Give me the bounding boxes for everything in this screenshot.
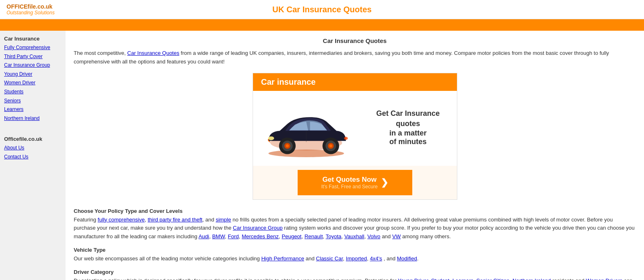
- main-content: Car Insurance Quotes The most competitiv…: [66, 31, 644, 280]
- link-ford[interactable]: Ford: [228, 233, 239, 239]
- policy-section: Choose Your Policy Type and Cover Levels…: [74, 208, 636, 241]
- get-quotes-button[interactable]: Get Quotes Now It's Fast, Free and Secur…: [298, 170, 412, 195]
- vehicle-section: Vehicle Type Our web site encompasses al…: [74, 247, 636, 263]
- svg-point-12: [344, 137, 348, 140]
- link-mercedes[interactable]: Mercedes Benz: [242, 233, 278, 239]
- link-vauxhall[interactable]: Vauxhall: [344, 233, 364, 239]
- link-modified[interactable]: Modified: [397, 255, 417, 262]
- site-name[interactable]: OFFICEfile.co.uk: [7, 3, 72, 10]
- vehicle-text: Our web site encompasses all of the lead…: [74, 255, 636, 263]
- link-toyota[interactable]: Toyota: [326, 233, 341, 239]
- intro-prefix: The most competitive,: [74, 50, 127, 56]
- svg-point-6: [286, 144, 289, 147]
- intro-link-car-insurance-quotes[interactable]: Car Insurance Quotes: [127, 50, 179, 56]
- sidebar: Car Insurance Fully Comprehensive Third …: [0, 31, 66, 280]
- link-fully-comprehensive[interactable]: fully comprehensive: [98, 217, 145, 223]
- link-car-insurance-group[interactable]: Car Insurance Group: [233, 225, 282, 231]
- content-title: Car Insurance Quotes: [74, 37, 636, 44]
- sidebar-item-about-us[interactable]: About Us: [4, 144, 61, 153]
- sidebar-officefile-heading: Officefile.co.uk: [4, 136, 61, 142]
- driver-heading: Driver Category: [74, 269, 636, 275]
- link-young-driver[interactable]: Young Driver: [398, 278, 428, 280]
- page-title: UK Car Insurance Quotes: [72, 5, 572, 14]
- link-peugeot[interactable]: Peugeot: [282, 233, 301, 239]
- sidebar-item-third-party-cover[interactable]: Third Party Cover: [4, 52, 61, 61]
- link-imported[interactable]: Imported: [346, 255, 367, 262]
- nav-bar: [0, 19, 644, 31]
- banner-car-area: [257, 95, 364, 162]
- sidebar-item-young-driver[interactable]: Young Driver: [4, 70, 61, 79]
- banner-text-area: Get Car Insurance quotes in a matter of …: [364, 108, 453, 148]
- link-classic-car[interactable]: Classic Car: [316, 255, 343, 262]
- btn-arrow-icon: ❯: [381, 177, 388, 188]
- sidebar-item-students[interactable]: Students: [4, 88, 61, 97]
- banner-body: Get Car Insurance quotes in a matter of …: [253, 91, 457, 166]
- site-tagline: Outstanding Solutions: [7, 10, 72, 16]
- banner-car-image: [257, 95, 355, 160]
- policy-text: Featuring fully comprehensive, third par…: [74, 216, 636, 241]
- svg-point-11: [268, 136, 274, 140]
- svg-point-10: [329, 144, 332, 147]
- site-brand: OFFICEfile.co.uk Outstanding Solutions: [7, 3, 72, 16]
- link-women-drivers[interactable]: Women Drivers: [586, 278, 622, 280]
- sidebar-item-seniors[interactable]: Seniors: [4, 97, 61, 106]
- link-learners[interactable]: Learners: [452, 278, 473, 280]
- sidebar-item-fully-comprehensive[interactable]: Fully Comprehensive: [4, 43, 61, 52]
- sidebar-car-insurance-heading: Car Insurance: [4, 36, 61, 42]
- link-audi[interactable]: Audi: [199, 233, 209, 239]
- link-third-party-fire[interactable]: third party fire and theft: [148, 217, 203, 223]
- link-student[interactable]: Student: [431, 278, 450, 280]
- sidebar-item-learners[interactable]: Learners: [4, 105, 61, 114]
- policy-heading: Choose Your Policy Type and Cover Levels: [74, 208, 636, 214]
- link-renault[interactable]: Renault: [305, 233, 323, 239]
- link-senior-citizen[interactable]: Senior Citizen: [476, 278, 509, 280]
- banner-button-area: Get Quotes Now It's Fast, Free and Secur…: [253, 166, 457, 199]
- intro-text: The most competitive, Car Insurance Quot…: [74, 49, 636, 66]
- link-vw[interactable]: VW: [392, 233, 401, 239]
- banner-top-bar: Car insurance: [253, 73, 457, 91]
- link-high-performance[interactable]: High Performance: [261, 255, 304, 262]
- get-quotes-label: Get Quotes Now It's Fast, Free and Secur…: [321, 176, 378, 190]
- link-4x4[interactable]: 4x4's: [370, 255, 382, 262]
- banner: Car insurance: [253, 73, 457, 200]
- sidebar-divider: [4, 127, 61, 132]
- sidebar-item-car-insurance-group[interactable]: Car Insurance Group: [4, 61, 61, 70]
- btn-sub-text: It's Fast, Free and Secure: [321, 184, 378, 190]
- header: OFFICEfile.co.uk Outstanding Solutions U…: [0, 0, 644, 19]
- driver-section: Driver Category By selecting a policy wh…: [74, 269, 636, 280]
- banner-text-get-quotes: Get Car Insurance quotes: [364, 108, 453, 129]
- vehicle-heading: Vehicle Type: [74, 247, 636, 253]
- link-bmw[interactable]: BMW: [212, 233, 225, 239]
- banner-top-label: Car insurance: [261, 77, 316, 86]
- link-volvo[interactable]: Volvo: [367, 233, 380, 239]
- banner-container: Car insurance: [74, 73, 636, 200]
- layout: Car Insurance Fully Comprehensive Third …: [0, 31, 644, 280]
- sidebar-item-women-driver[interactable]: Women Driver: [4, 79, 61, 88]
- driver-text: By selecting a policy which is designed …: [74, 277, 636, 280]
- banner-text-minutes-1: in a matter of minutes: [364, 129, 453, 146]
- link-simple[interactable]: simple: [216, 217, 231, 223]
- sidebar-item-northern-ireland[interactable]: Northern Ireland: [4, 114, 61, 123]
- sidebar-item-contact-us[interactable]: Contact Us: [4, 153, 61, 162]
- link-northern-ireland-driver[interactable]: Northern Ireland: [513, 278, 551, 280]
